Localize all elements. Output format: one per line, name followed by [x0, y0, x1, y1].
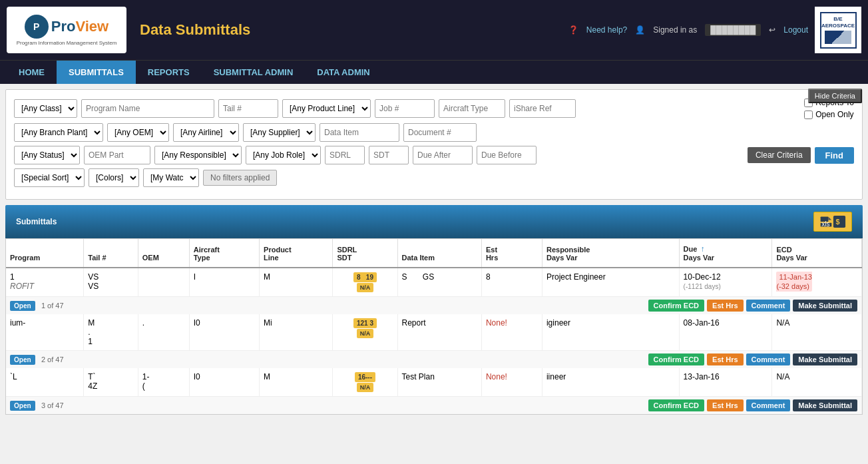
- export-dollar-icon: $: [833, 215, 846, 228]
- tail-input[interactable]: [218, 99, 278, 118]
- submittals-table: Program Tail # OEM AircraftType ProductL…: [6, 239, 862, 414]
- record-count: 3 of 47: [41, 401, 64, 409]
- user-icon: 👤: [635, 25, 645, 35]
- hide-criteria-button[interactable]: Hide Criteria: [808, 89, 862, 103]
- cell-responsible: igineer: [542, 314, 679, 351]
- criteria-section: Hide Criteria [Any Class] [Any Product L…: [5, 89, 863, 200]
- cell-dataitem: S GS: [397, 268, 481, 297]
- comment-button[interactable]: Comment: [746, 300, 791, 312]
- make-submittal-button[interactable]: Make Submittal: [793, 353, 857, 365]
- action-buttons: Confirm ECD Est Hrs Comment Make Submitt…: [648, 399, 857, 411]
- cell-aircraft: I0: [189, 314, 259, 351]
- status-row-content: Open 1 of 47 Confirm ECD Est Hrs Comment…: [6, 297, 862, 315]
- cell-tail: M.1: [84, 314, 138, 351]
- cell-oem: .: [138, 314, 189, 351]
- logout-link[interactable]: Logout: [783, 25, 808, 35]
- product-line-select[interactable]: [Any Product Line]: [282, 99, 371, 118]
- open-only-checkbox-row: Open Only: [804, 110, 854, 119]
- nav-data-admin[interactable]: DATA ADMIN: [305, 61, 381, 84]
- cell-tail: T`4Z: [84, 368, 138, 397]
- status-row-content: Open 2 of 47 Confirm ECD Est Hrs Comment…: [6, 351, 862, 369]
- cell-esthrs: None!: [481, 314, 542, 351]
- username: ████████: [705, 24, 761, 36]
- sdt-input[interactable]: [369, 146, 409, 164]
- table-row-status: Open 2 of 47 Confirm ECD Est Hrs Comment…: [6, 351, 862, 369]
- table-row: 1ROFIT VSVS I M 8 19 N/A S GS 8 Project …: [6, 268, 862, 297]
- oem-select[interactable]: [Any OEM]: [107, 123, 169, 142]
- export-button[interactable]: xls $: [813, 212, 852, 232]
- job-input[interactable]: [375, 99, 435, 118]
- cell-esthrs: None!: [481, 368, 542, 397]
- make-submittal-button[interactable]: Make Submittal: [793, 300, 857, 312]
- sdrl-badge-top: 8 19: [353, 272, 377, 282]
- document-input[interactable]: [403, 123, 477, 142]
- col-product: ProductLine: [260, 239, 333, 268]
- job-role-select[interactable]: [Any Job Role]: [246, 146, 321, 164]
- cell-responsible: iineer: [542, 368, 679, 397]
- make-submittal-button[interactable]: Make Submittal: [793, 399, 857, 411]
- col-ecd: ECDDays Var: [772, 239, 862, 268]
- none-label: None!: [486, 318, 507, 328]
- oem-part-input[interactable]: [84, 146, 150, 164]
- program-name-input[interactable]: [81, 99, 214, 118]
- confirm-ecd-button[interactable]: Confirm ECD: [648, 353, 704, 365]
- cell-esthrs: 8: [481, 268, 542, 297]
- criteria-row-3: [Any Status] [Any Responsible] [Any Job …: [14, 146, 854, 164]
- submittals-header: Submittals xls $: [5, 205, 863, 238]
- aircraft-type-input[interactable]: [439, 99, 505, 118]
- cell-tail: VSVS: [84, 268, 138, 297]
- supplier-select[interactable]: [Any Supplier]: [243, 123, 316, 142]
- table-header-row: Program Tail # OEM AircraftType ProductL…: [6, 239, 862, 268]
- be-aerospace-logo: B/EAEROSPACE: [815, 7, 861, 53]
- header-right: ❓ Need help? 👤 Signed in as ████████ ↩ L…: [568, 24, 808, 36]
- special-sort-select[interactable]: [Special Sort]: [14, 168, 85, 187]
- nav-submittal-admin[interactable]: SUBMITTAL ADMIN: [202, 61, 306, 84]
- clear-criteria-button[interactable]: Clear Criteria: [748, 147, 811, 163]
- ishare-input[interactable]: [509, 99, 576, 118]
- no-filters-badge: No filters applied: [203, 170, 277, 186]
- header: P ProView Program Information Management…: [0, 0, 868, 60]
- sdrl-input[interactable]: [325, 146, 365, 164]
- responsible-select[interactable]: [Any Responsible]: [154, 146, 242, 164]
- data-item-input[interactable]: [320, 123, 399, 142]
- table-row: `L T`4Z 1-( I0 M 16--- N/A Test Plan Non…: [6, 368, 862, 397]
- cell-dataitem: Report: [397, 314, 481, 351]
- record-count: 1 of 47: [41, 302, 64, 310]
- nav-submittals[interactable]: SUBMITTALS: [57, 61, 136, 84]
- airline-select[interactable]: [Any Airline]: [173, 123, 239, 142]
- cell-sdrl: 121 3 N/A: [333, 314, 397, 351]
- status-select[interactable]: [Any Status]: [14, 146, 80, 164]
- nav-home[interactable]: HOME: [7, 61, 57, 84]
- branch-plant-select[interactable]: [Any Branch Plant]: [14, 123, 103, 142]
- find-button[interactable]: Find: [815, 147, 854, 164]
- est-hrs-button[interactable]: Est Hrs: [707, 399, 744, 411]
- est-hrs-button[interactable]: Est Hrs: [707, 353, 744, 365]
- nav-reports[interactable]: REPORTS: [136, 61, 202, 84]
- due-after-input[interactable]: [413, 146, 473, 164]
- watch-select[interactable]: [My Watc: [143, 168, 199, 187]
- criteria-row-1: [Any Class] [Any Product Line] Reports T…: [14, 98, 854, 119]
- col-responsible: ResponsibleDays Var: [542, 239, 679, 268]
- col-program: Program: [6, 239, 84, 268]
- due-before-input[interactable]: [477, 146, 537, 164]
- status-row-content: Open 3 of 47 Confirm ECD Est Hrs Comment…: [6, 397, 862, 415]
- class-select[interactable]: [Any Class]: [14, 99, 77, 118]
- cell-product: M: [260, 268, 333, 297]
- cell-due: 08-Jan-16: [679, 314, 772, 351]
- est-hrs-button[interactable]: Est Hrs: [707, 300, 744, 312]
- cell-sdrl: 8 19 N/A: [333, 268, 397, 297]
- confirm-ecd-button[interactable]: Confirm ECD: [648, 399, 704, 411]
- table-row: ium- M.1 . I0 Mi 121 3 N/A Report None! …: [6, 314, 862, 351]
- cell-due: 13-Jan-16: [679, 368, 772, 397]
- help-link[interactable]: Need help?: [586, 25, 627, 35]
- criteria-row-4: [Special Sort] [Colors] [My Watc No filt…: [14, 168, 854, 187]
- col-esthrs: EstHrs: [481, 239, 542, 268]
- svg-marker-2: [828, 217, 831, 220]
- open-only-checkbox[interactable]: [804, 111, 813, 119]
- confirm-ecd-button[interactable]: Confirm ECD: [648, 300, 704, 312]
- comment-button[interactable]: Comment: [746, 353, 791, 365]
- cell-due: 10-Dec-12(-1121 days): [679, 268, 772, 297]
- cell-product: M: [260, 368, 333, 397]
- colors-select[interactable]: [Colors]: [89, 168, 139, 187]
- comment-button[interactable]: Comment: [746, 399, 791, 411]
